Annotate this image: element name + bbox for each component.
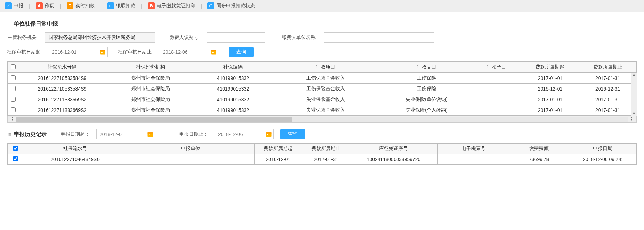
tax-authority-value: 国家税务总局郑州经济技术开发区税务局 xyxy=(45,32,155,43)
col-header: 征收子目 xyxy=(472,62,521,73)
svg-rect-10 xyxy=(213,52,214,53)
cell: 2017-01-31 xyxy=(579,94,636,105)
horizontal-scrollbar[interactable]: 〈 〉 xyxy=(7,116,637,123)
payer-id-label: 缴费人识别号： xyxy=(169,34,203,41)
history-to-label: 申报日期止： xyxy=(179,131,208,137)
cell: 郑州市社会保险局 xyxy=(105,105,196,116)
col-header: 费款所属期起 xyxy=(521,62,579,73)
cell: 郑州市社会保险局 xyxy=(105,73,196,84)
payer-id-input[interactable] xyxy=(207,32,265,43)
cell xyxy=(472,105,521,116)
toolbar-label: 银联扣款 xyxy=(116,3,135,9)
toolbar-label: 作废 xyxy=(45,3,54,9)
cell xyxy=(127,154,254,165)
history-query-button[interactable]: 查询 xyxy=(280,129,305,139)
cell: 410199015332 xyxy=(196,105,270,116)
row-checkbox[interactable] xyxy=(11,75,16,80)
cell: 2016-12-31 xyxy=(579,84,636,94)
cell: 410199015332 xyxy=(196,94,270,105)
cell: 失业保险(单位缴纳) xyxy=(381,94,472,105)
calendar-icon[interactable] xyxy=(99,49,106,55)
cell: 2016-12-01 xyxy=(254,154,302,165)
form-row-2: 社保审核日期起： 社保审核日期止： 查询 xyxy=(7,47,637,57)
row-checkbox[interactable] xyxy=(13,156,18,161)
cell: 2016122710464349S0 xyxy=(23,154,127,165)
audit-to-input[interactable] xyxy=(160,47,218,57)
scroll-right-icon[interactable]: 〉 xyxy=(630,116,635,122)
audit-from-label: 社保审核日期起： xyxy=(7,49,45,55)
table-header-row: 社保流水号码 社保经办机构 社保编码 征收项目 征收品目 征收子目 费款所属期起… xyxy=(8,62,637,73)
col-header: 社保流水号 xyxy=(23,144,127,154)
cell: 2017-01-01 xyxy=(521,94,579,105)
row-checkbox[interactable] xyxy=(11,107,16,112)
select-all-checkbox[interactable] xyxy=(13,146,18,151)
svg-rect-8 xyxy=(211,50,216,51)
svg-rect-15 xyxy=(266,132,272,133)
cell: 郑州市社会保险局 xyxy=(105,94,196,105)
cell: 2016122710533584S9 xyxy=(19,84,105,94)
cell xyxy=(472,73,521,84)
toolbar-btn-print-voucher[interactable]: 电子缴款凭证打印 xyxy=(146,1,197,10)
cell: 2017-01-31 xyxy=(302,154,350,165)
list-icon xyxy=(7,132,12,137)
audit-from-input[interactable] xyxy=(49,47,108,57)
scroll-left-icon[interactable]: 〈 xyxy=(9,116,14,122)
row-checkbox[interactable] xyxy=(11,86,16,91)
col-header: 征收项目 xyxy=(270,62,381,73)
col-header: 社保编码 xyxy=(196,62,270,73)
toolbar-btn-void[interactable]: 作废 xyxy=(34,1,57,10)
table-scroll-area[interactable]: 2016122710533584S9郑州市社会保险局410199015332工伤… xyxy=(7,73,637,116)
cell: 2016122711333669S2 xyxy=(19,105,105,116)
cell: 73699.78 xyxy=(509,154,569,165)
vertical-scrollbar[interactable]: ∧∨ xyxy=(631,73,637,116)
svg-rect-4 xyxy=(100,50,105,51)
col-header: 社保流水号码 xyxy=(19,62,105,73)
form-row-1: 主管税务机关： 国家税务总局郑州经济技术开发区税务局 缴费人识别号： 缴费人单位… xyxy=(7,32,637,43)
col-header: 费款所属期止 xyxy=(579,62,636,73)
section-title-history: 申报历史记录 xyxy=(7,131,47,138)
sync-icon xyxy=(207,2,214,9)
table-row[interactable]: 2016122711333669S2郑州市社会保险局410199015332失业… xyxy=(8,94,637,105)
cell xyxy=(472,94,521,105)
cell: 失业保险(个人缴纳) xyxy=(381,105,472,116)
svg-rect-5 xyxy=(101,52,102,53)
history-from-input[interactable] xyxy=(96,129,155,139)
table-row[interactable]: 2016122710464349S02016-12-012017-01-3110… xyxy=(8,154,637,165)
toolbar-btn-realtime-deduct[interactable]: 实时扣款 xyxy=(64,1,97,10)
cell: 2017-01-01 xyxy=(521,73,579,84)
calendar-icon[interactable] xyxy=(147,131,154,138)
cell: 410199015332 xyxy=(196,84,270,94)
history-filter-row: 申报历史记录 申报日期起： 申报日期止： 查询 xyxy=(7,129,637,139)
toolbar-btn-sync-status[interactable]: 同步申报扣款状态 xyxy=(205,1,257,10)
calendar-icon[interactable] xyxy=(265,131,272,138)
toolbar-label: 电子缴款凭证打印 xyxy=(157,3,195,9)
tax-authority-label: 主管税务机关： xyxy=(7,34,41,41)
query-button[interactable]: 查询 xyxy=(229,47,254,57)
col-header: 申报单位 xyxy=(127,144,254,154)
check-icon xyxy=(5,2,12,9)
clock-icon xyxy=(67,2,73,9)
table-row[interactable]: 2016122710533584S9郑州市社会保险局410199015332工伤… xyxy=(8,84,637,94)
col-header: 应征凭证序号 xyxy=(350,144,437,154)
calendar-icon[interactable] xyxy=(210,49,217,55)
cell: 失业保险基金收入 xyxy=(270,94,381,105)
cell: 2017-01-01 xyxy=(521,105,579,116)
cell: 10024118000038959720 xyxy=(350,154,437,165)
select-all-checkbox[interactable] xyxy=(11,64,16,69)
toolbar-btn-unionpay-deduct[interactable]: 银联扣款 xyxy=(105,1,137,10)
cell xyxy=(472,84,521,94)
col-header: 社保经办机构 xyxy=(105,62,196,73)
table-row[interactable]: 2016122710533584S9郑州市社会保险局410199015332工伤… xyxy=(8,73,637,84)
row-checkbox[interactable] xyxy=(11,97,16,102)
card-icon xyxy=(107,2,114,9)
payer-name-input[interactable] xyxy=(324,32,434,43)
toolbar: 申报 | 作废 | 实时扣款 | 银联扣款 | 电子缴款凭证打印 | 同步申报扣… xyxy=(0,0,644,12)
toolbar-label: 实时扣款 xyxy=(75,3,95,9)
section-title-declare: 单位社保日常申报 xyxy=(7,20,637,28)
col-header: 费款所属期起 xyxy=(254,144,302,154)
cell: 2016-12-01 xyxy=(521,84,579,94)
toolbar-btn-declare[interactable]: 申报 xyxy=(3,1,25,10)
cell: 工伤保险 xyxy=(381,84,472,94)
table-row[interactable]: 2016122711333669S2郑州市社会保险局410199015332失业… xyxy=(8,105,637,116)
history-to-input[interactable] xyxy=(215,129,274,139)
